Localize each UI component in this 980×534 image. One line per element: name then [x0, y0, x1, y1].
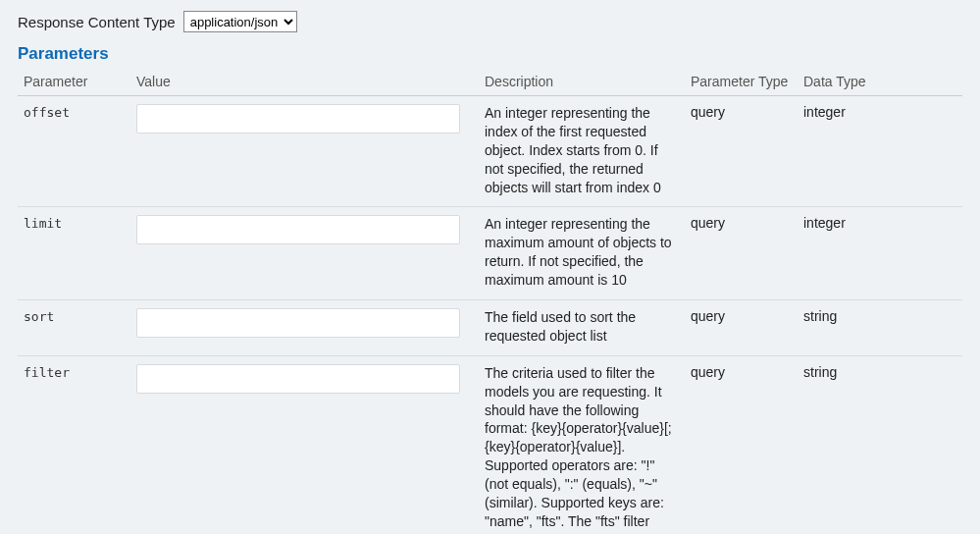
param-value-input-sort[interactable]	[136, 308, 460, 338]
param-description: The field used to sort the requested obj…	[485, 308, 679, 346]
header-description: Description	[479, 70, 685, 96]
header-data-type: Data Type	[798, 70, 962, 96]
param-type: query	[685, 355, 798, 534]
param-data-type: integer	[798, 207, 962, 300]
header-value: Value	[130, 70, 479, 96]
param-name: filter	[24, 365, 70, 380]
param-type: query	[685, 207, 798, 300]
param-description: The criteria used to filter the models y…	[485, 364, 679, 534]
param-type: query	[685, 300, 798, 356]
table-header-row: Parameter Value Description Parameter Ty…	[18, 70, 962, 96]
param-data-type: string	[798, 355, 962, 534]
response-content-type-label: Response Content Type	[18, 14, 176, 30]
header-parameter: Parameter	[18, 70, 130, 96]
param-data-type: string	[798, 300, 962, 356]
parameters-table: Parameter Value Description Parameter Ty…	[18, 70, 962, 534]
param-name: sort	[24, 309, 54, 324]
param-value-input-filter[interactable]	[136, 364, 460, 394]
response-content-type-row: Response Content Type application/json	[18, 11, 962, 32]
param-name: limit	[24, 216, 62, 231]
param-value-input-offset[interactable]	[136, 104, 460, 134]
param-value-input-limit[interactable]	[136, 215, 460, 244]
param-type: query	[685, 96, 798, 207]
table-row: filter The criteria used to filter the m…	[18, 355, 962, 534]
param-description: An integer representing the maximum amou…	[485, 215, 679, 290]
response-content-type-select[interactable]: application/json	[183, 11, 297, 32]
param-description: An integer representing the index of the…	[485, 104, 679, 196]
table-row: offset An integer representing the index…	[18, 96, 962, 207]
table-row: sort The field used to sort the requeste…	[18, 300, 962, 356]
param-data-type: integer	[798, 96, 962, 207]
table-row: limit An integer representing the maximu…	[18, 207, 962, 300]
parameters-heading: Parameters	[18, 44, 962, 64]
header-parameter-type: Parameter Type	[685, 70, 798, 96]
param-name: offset	[24, 105, 70, 120]
